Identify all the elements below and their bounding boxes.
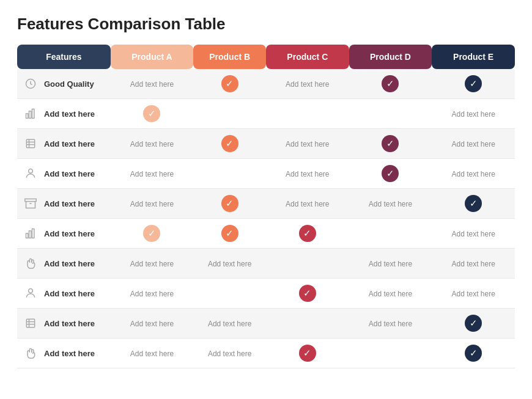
check-icon: ✓ xyxy=(465,75,482,92)
cell-b: Add text here xyxy=(193,249,266,279)
header-row: Features Product A Product B Product C P… xyxy=(17,45,515,69)
cell-e: ✓ xyxy=(432,69,515,99)
check-icon: ✓ xyxy=(143,105,160,122)
check-icon: ✓ xyxy=(299,285,316,302)
cell-text: Add text here xyxy=(208,320,251,328)
svg-rect-13 xyxy=(32,229,34,238)
svg-rect-15 xyxy=(26,319,34,327)
cell-e: Add text here xyxy=(432,159,515,189)
cell-b: Add text here xyxy=(193,309,266,339)
building-icon xyxy=(22,135,39,152)
building2-icon xyxy=(22,315,39,332)
cell-c xyxy=(266,249,349,279)
cell-d: ✓ xyxy=(349,159,432,189)
col-header-b: Product B xyxy=(193,45,266,69)
feature-cell: Add text here xyxy=(17,339,111,368)
svg-point-14 xyxy=(29,289,33,293)
cell-d xyxy=(349,99,432,129)
cell-text: Add text here xyxy=(130,170,174,178)
feature-label: Add text here xyxy=(44,169,95,178)
cell-d xyxy=(349,339,432,368)
table-row: Add text hereAdd text hereAdd text here✓… xyxy=(17,339,515,368)
col-header-d: Product D xyxy=(349,45,432,69)
cell-b: Add text here xyxy=(193,339,266,368)
cell-e: Add text here xyxy=(432,249,515,279)
cell-text: Add text here xyxy=(286,200,329,208)
cell-a: Add text here xyxy=(111,309,194,339)
cell-text: Add text here xyxy=(208,260,251,268)
cell-a: Add text here xyxy=(111,159,194,189)
svg-rect-3 xyxy=(32,109,34,119)
cell-e: ✓ xyxy=(432,309,515,339)
cell-a: Add text here xyxy=(111,249,194,279)
table-row: Good QualityAdd text here✓Add text here✓… xyxy=(17,69,515,99)
cell-a: ✓ xyxy=(111,219,194,249)
table-row: Add text hereAdd text here✓Add text here… xyxy=(17,279,515,309)
cell-text: Add text here xyxy=(451,290,495,298)
cell-d xyxy=(349,219,432,249)
col-header-features: Features xyxy=(17,45,111,69)
hand2-icon xyxy=(22,345,39,362)
cell-b xyxy=(193,99,266,129)
table-row: Add text hereAdd text hereAdd text hereA… xyxy=(17,309,515,339)
cell-a: Add text here xyxy=(111,69,194,99)
check-icon: ✓ xyxy=(382,135,399,152)
table-row: Add text hereAdd text hereAdd text hereA… xyxy=(17,249,515,279)
cell-text: Add text here xyxy=(451,260,495,268)
check-icon: ✓ xyxy=(143,225,160,242)
cell-d: Add text here xyxy=(349,279,432,309)
table-row: Add text hereAdd text hereAdd text here✓… xyxy=(17,159,515,189)
col-header-c: Product C xyxy=(266,45,349,69)
table-row: Add text here✓✓✓Add text here xyxy=(17,219,515,249)
cell-text: Add text here xyxy=(130,290,174,298)
cell-d: Add text here xyxy=(349,309,432,339)
feature-cell: Add text here xyxy=(17,189,111,218)
person-icon xyxy=(22,165,39,182)
cell-text: Add text here xyxy=(130,260,174,268)
check-icon: ✓ xyxy=(465,195,482,212)
check-icon: ✓ xyxy=(299,225,316,242)
feature-label: Add text here xyxy=(44,229,95,238)
check-icon: ✓ xyxy=(465,345,482,362)
cell-c: Add text here xyxy=(266,129,349,159)
cell-d: ✓ xyxy=(349,69,432,99)
clock-icon xyxy=(22,75,39,92)
cell-c: ✓ xyxy=(266,279,349,309)
cell-text: Add text here xyxy=(208,350,251,358)
svg-rect-11 xyxy=(26,233,28,238)
cell-a: Add text here xyxy=(111,129,194,159)
svg-point-8 xyxy=(29,169,33,174)
feature-cell: Good Quality xyxy=(17,69,111,98)
feature-label: Add text here xyxy=(44,349,95,358)
cell-b xyxy=(193,279,266,309)
feature-cell: Add text here xyxy=(17,309,111,338)
feature-label: Good Quality xyxy=(44,79,94,89)
cell-a: Add text here xyxy=(111,189,194,219)
bar-icon xyxy=(22,105,39,122)
table-row: Add text hereAdd text here✓Add text here… xyxy=(17,189,515,219)
cell-b xyxy=(193,159,266,189)
cell-c: Add text here xyxy=(266,69,349,99)
table-row: Add text here✓Add text here xyxy=(17,99,515,129)
svg-rect-1 xyxy=(26,114,28,119)
cell-e: Add text here xyxy=(432,129,515,159)
check-icon: ✓ xyxy=(221,225,238,242)
cell-text: Add text here xyxy=(451,230,495,238)
feature-label: Add text here xyxy=(44,139,95,148)
bar2-icon xyxy=(22,225,39,242)
check-icon: ✓ xyxy=(465,315,482,332)
cell-text: Add text here xyxy=(286,140,329,148)
check-icon: ✓ xyxy=(382,165,399,182)
svg-rect-2 xyxy=(29,111,31,119)
cell-text: Add text here xyxy=(451,140,495,148)
person2-icon xyxy=(22,285,39,302)
comparison-table: Features Product A Product B Product C P… xyxy=(17,45,515,368)
cell-text: Add text here xyxy=(130,140,174,148)
svg-rect-9 xyxy=(25,199,36,202)
feature-cell: Add text here xyxy=(17,249,111,278)
check-icon: ✓ xyxy=(221,75,238,92)
feature-cell: Add text here xyxy=(17,99,111,128)
check-icon: ✓ xyxy=(299,345,316,362)
cell-text: Add text here xyxy=(369,320,412,328)
cell-text: Add text here xyxy=(286,80,329,89)
